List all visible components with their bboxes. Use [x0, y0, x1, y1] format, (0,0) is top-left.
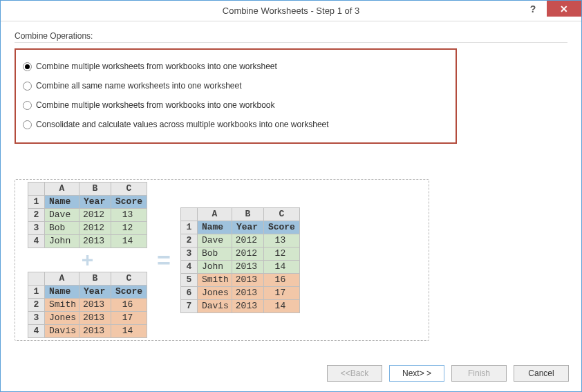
preview-table-combined: ABC1NameYearScore2Dave2012133Bob2012124J…	[180, 207, 300, 313]
table-cell: 2013	[79, 235, 111, 248]
col-header: B	[232, 207, 263, 221]
table-cell: 2013	[79, 299, 111, 312]
row-header: 2	[28, 299, 45, 312]
table-cell: Davis	[45, 325, 79, 338]
window-title: Combine Worksheets - Step 1 of 3	[223, 6, 359, 16]
button-row: <<Back Next> > Finish Cancel	[327, 365, 569, 382]
operation-option-label: Consolidate and calculate values across …	[36, 120, 329, 129]
operations-group-label: Combine Operations:	[15, 31, 567, 41]
titlebar: Combine Worksheets - Step 1 of 3 ? ✕	[1, 1, 581, 21]
plus-icon: +	[82, 250, 94, 270]
table-header-cell: Score	[263, 221, 299, 234]
close-button[interactable]: ✕	[547, 1, 581, 17]
table-cell: 2013	[79, 312, 111, 325]
dialog-body: Combine Operations: Combine multiple wor…	[1, 21, 581, 391]
table-cell: 16	[263, 273, 299, 286]
table-cell: Dave	[197, 234, 232, 247]
row-header: 4	[28, 325, 45, 338]
table-cell: 2013	[232, 299, 263, 312]
cancel-button[interactable]: Cancel	[514, 365, 569, 382]
table-cell: 2013	[79, 325, 111, 338]
table-cell: 16	[111, 299, 147, 312]
dialog-window: Combine Worksheets - Step 1 of 3 ? ✕ Com…	[0, 0, 582, 392]
table-cell: Jones	[197, 286, 232, 299]
col-header: C	[111, 183, 147, 196]
table-header-cell: Score	[111, 286, 147, 299]
table-cell: 13	[111, 209, 147, 222]
radio-icon	[23, 62, 32, 71]
table-cell: 14	[111, 325, 147, 338]
col-header: A	[197, 207, 232, 221]
table-cell: Bob	[45, 222, 79, 235]
divider	[15, 42, 567, 43]
row-header: 3	[28, 312, 45, 325]
back-button[interactable]: <<Back	[327, 365, 382, 382]
col-header: B	[79, 272, 111, 286]
finish-button[interactable]: Finish	[451, 365, 507, 382]
table-cell: 2013	[232, 273, 263, 286]
table-cell: 17	[263, 286, 299, 299]
close-icon: ✕	[560, 3, 568, 15]
row-header: 1	[28, 196, 45, 209]
row-header: 1	[180, 221, 197, 234]
operation-option-label: Combine all same name worksheets into on…	[36, 81, 241, 91]
radio-icon	[23, 120, 32, 129]
row-header: 4	[180, 260, 197, 273]
next-button[interactable]: Next> >	[389, 365, 444, 382]
table-cell: 13	[263, 234, 299, 247]
preview-left-stack: ABC1NameYearScore2Dave2012133Bob2012124J…	[28, 182, 147, 338]
table-cell: 12	[111, 222, 147, 235]
operation-option-label: Combine multiple worksheets from workboo…	[36, 62, 277, 71]
table-cell: 14	[263, 299, 299, 312]
table-cell: Smith	[45, 299, 79, 312]
table-header-cell: Score	[111, 196, 147, 209]
col-header: C	[263, 207, 299, 221]
help-button[interactable]: ?	[519, 1, 547, 17]
table-cell: 17	[111, 312, 147, 325]
table-cell: 14	[263, 260, 299, 273]
table-cell: Jones	[45, 312, 79, 325]
row-header: 3	[180, 247, 197, 260]
operation-option-2[interactable]: Combine multiple worksheets from workboo…	[23, 95, 449, 115]
col-header: A	[45, 183, 79, 196]
table-cell: 2013	[232, 260, 263, 273]
title-controls: ? ✕	[519, 1, 581, 21]
table-header-cell: Year	[79, 286, 111, 299]
table-header-cell: Name	[45, 196, 79, 209]
col-header: A	[45, 272, 79, 286]
table-cell: 2013	[232, 286, 263, 299]
table-cell: John	[197, 260, 232, 273]
table-cell: Davis	[197, 299, 232, 312]
table-cell: 2012	[232, 247, 263, 260]
radio-icon	[23, 82, 32, 91]
radio-icon	[23, 101, 32, 110]
operations-highlight-box: Combine multiple worksheets from workboo…	[15, 48, 457, 144]
operation-option-1[interactable]: Combine all same name worksheets into on…	[23, 76, 449, 95]
table-header-cell: Name	[197, 221, 232, 234]
table-cell: John	[45, 235, 79, 248]
table-cell: 2012	[79, 209, 111, 222]
equals-icon: =	[157, 248, 171, 272]
table-cell: 2012	[232, 234, 263, 247]
table-cell: Bob	[197, 247, 232, 260]
table-header-cell: Year	[232, 221, 263, 234]
row-header: 2	[180, 234, 197, 247]
table-cell: 12	[263, 247, 299, 260]
row-header: 6	[180, 286, 197, 299]
row-header: 2	[28, 209, 45, 222]
col-header: B	[79, 183, 111, 196]
operation-option-0[interactable]: Combine multiple worksheets from workboo…	[23, 57, 449, 76]
preview-table-2: ABC1NameYearScore2Smith2013163Jones20131…	[28, 272, 147, 338]
col-header: C	[111, 272, 147, 286]
table-header-cell: Name	[45, 286, 79, 299]
operation-option-label: Combine multiple worksheets from workboo…	[36, 100, 275, 110]
row-header: 1	[28, 286, 45, 299]
row-header: 3	[28, 222, 45, 235]
table-cell: Smith	[197, 273, 232, 286]
table-cell: 2012	[79, 222, 111, 235]
table-cell: Dave	[45, 209, 79, 222]
row-header: 7	[180, 299, 197, 312]
row-header: 4	[28, 235, 45, 248]
operation-option-3[interactable]: Consolidate and calculate values across …	[23, 115, 449, 134]
table-header-cell: Year	[79, 196, 111, 209]
